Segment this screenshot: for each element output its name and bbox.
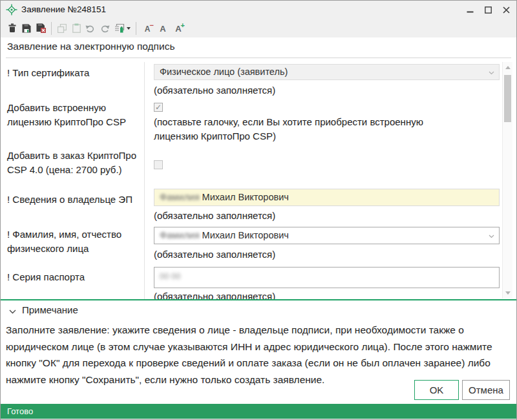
delete-icon[interactable] (5, 21, 19, 36)
toolbar: A − A A + (1, 19, 516, 37)
application-window: Заявление №248151 (0, 0, 517, 420)
scroll-up-icon[interactable] (505, 66, 511, 69)
note-section-title[interactable]: Примечание (22, 304, 78, 315)
redacted-surname: Фамилия (160, 192, 200, 202)
redacted-surname: Фамилия (160, 230, 200, 240)
collapse-chevron-icon[interactable] (9, 310, 16, 314)
label-field-divider (144, 62, 145, 299)
header-divider (6, 58, 511, 58)
builtin-license-checkbox[interactable]: ✓ (154, 103, 163, 112)
field-label-builtin-license: Добавить встроенную лицензию КриптоПро C… (7, 101, 142, 129)
status-bar: Готово (1, 404, 517, 419)
cert-type-value: Физическое лицо (заявитель) (160, 67, 288, 77)
field-label-cert-type: ! Тип сертификата (7, 66, 142, 80)
field-hint: (обязательно заполняется) (154, 209, 500, 223)
field-label-owner-info: ! Сведения о владельце ЭП (7, 193, 142, 207)
redo-icon[interactable] (98, 21, 112, 36)
owner-name-value: Михаил Викторович (202, 192, 289, 202)
template-dropdown-icon[interactable] (112, 21, 132, 36)
font-reset-icon[interactable]: A (155, 21, 171, 36)
undo-icon[interactable] (83, 21, 98, 36)
full-name-combobox[interactable]: Фамилия Михаил Викторович (154, 227, 500, 244)
field-hint: (обязательно заполняется) (154, 289, 500, 299)
toolbar-separator (136, 22, 136, 35)
field-hint: (обязательно заполняется) (154, 247, 500, 262)
note-text: Заполните заявление: укажите сведения о … (6, 322, 497, 388)
full-name-value: Михаил Викторович (202, 230, 289, 240)
field-hint: (обязательно заполняется) (154, 83, 500, 98)
copy-icon[interactable] (55, 21, 69, 36)
scrollbar-thumb[interactable] (504, 75, 511, 122)
vertical-scrollbar[interactable] (502, 62, 512, 299)
font-increase-icon[interactable]: A + (171, 21, 186, 36)
dropdown-caret (127, 27, 131, 30)
status-text: Готово (7, 406, 33, 416)
chevron-down-icon (489, 235, 494, 238)
chevron-down-icon (489, 71, 494, 75)
cancel-button[interactable]: Отмена (462, 380, 510, 400)
close-button[interactable] (497, 1, 515, 19)
cert-type-select[interactable]: Физическое лицо (заявитель) (154, 64, 500, 80)
paste-icon[interactable] (69, 21, 83, 36)
font-glyph: A (160, 24, 165, 34)
title-bar: Заявление №248151 (1, 1, 516, 19)
save-close-icon[interactable] (34, 21, 48, 36)
font-decrease-icon[interactable]: A − (140, 21, 155, 36)
clipped-hint-wrapper: (обязательно заполняется) (154, 289, 500, 299)
field-label-passport-series: ! Серия паспорта (7, 270, 142, 284)
checkmark-icon: ✓ (155, 103, 162, 112)
save-icon[interactable] (19, 21, 34, 36)
minimize-button[interactable] (461, 1, 479, 19)
minus-badge: − (150, 21, 154, 29)
window-controls (461, 1, 515, 19)
page-title: Заявление на электронную подпись (7, 41, 174, 52)
ok-button[interactable]: OK (414, 380, 459, 400)
redacted-passport-series: 00 00 (160, 271, 181, 281)
plus-badge: + (181, 21, 185, 29)
owner-info-input[interactable]: Фамилия Михаил Викторович (154, 189, 500, 206)
csp-order-checkbox[interactable] (154, 160, 163, 169)
scroll-down-icon[interactable] (505, 291, 511, 295)
window-title: Заявление №248151 (21, 1, 106, 19)
field-label-csp-order: Добавить в заказ КриптоПро CSP 4.0 (цена… (7, 149, 142, 177)
app-target-icon (6, 4, 17, 16)
field-label-full-name: ! Фамилия, имя, отчество физического лиц… (7, 227, 142, 256)
passport-series-input[interactable]: 00 00 (154, 267, 500, 288)
field-hint: (поставьте галочку, если Вы хотите приоб… (154, 115, 464, 143)
toolbar-separator (51, 22, 52, 35)
maximize-button[interactable] (479, 1, 497, 19)
green-splitter[interactable] (1, 299, 517, 300)
